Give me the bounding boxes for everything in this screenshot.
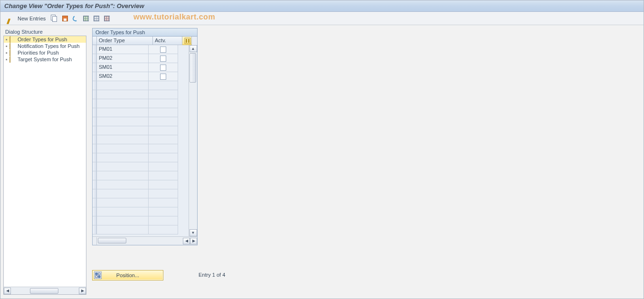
table-row[interactable] bbox=[93, 162, 197, 171]
row-selector[interactable] bbox=[93, 189, 97, 198]
vscroll-track[interactable] bbox=[189, 52, 197, 229]
active-checkbox[interactable] bbox=[160, 56, 166, 62]
scroll-thumb[interactable] bbox=[30, 288, 58, 294]
copy-as-icon[interactable] bbox=[50, 14, 59, 23]
table-scroll-right-icon[interactable]: ▶ bbox=[190, 238, 197, 244]
scroll-track[interactable] bbox=[11, 288, 79, 294]
row-selector[interactable] bbox=[93, 225, 97, 234]
toggle-display-change-icon[interactable] bbox=[4, 14, 13, 23]
cell-order-type bbox=[97, 144, 149, 153]
row-selector[interactable] bbox=[93, 171, 97, 180]
new-entries-button[interactable]: New Entries bbox=[15, 15, 48, 22]
row-selector[interactable] bbox=[93, 81, 97, 90]
scroll-down-icon[interactable]: ▼ bbox=[189, 229, 197, 236]
table-row[interactable] bbox=[93, 81, 197, 90]
tree-item[interactable]: ▪Notification Types for Push bbox=[4, 43, 86, 49]
table-row[interactable] bbox=[93, 153, 197, 162]
configure-columns-icon[interactable] bbox=[182, 37, 192, 45]
tree-item[interactable]: ▪Order Types for Push bbox=[4, 36, 86, 43]
deselect-all-icon[interactable] bbox=[103, 14, 111, 23]
cell-order-type bbox=[97, 99, 149, 108]
cell-active bbox=[149, 54, 178, 63]
row-selector[interactable] bbox=[93, 45, 97, 54]
table-row[interactable] bbox=[93, 117, 197, 126]
delete-icon[interactable] bbox=[61, 14, 69, 23]
row-selector[interactable] bbox=[93, 90, 97, 99]
table-hscrollbar[interactable]: ◀ ▶ bbox=[93, 236, 197, 245]
hscroll-thumb[interactable] bbox=[98, 238, 126, 243]
row-selector[interactable] bbox=[93, 117, 97, 126]
position-button[interactable]: Position... bbox=[92, 270, 163, 280]
col-active[interactable]: Actv. bbox=[153, 37, 182, 45]
row-selector[interactable] bbox=[93, 216, 97, 225]
cell-order-type bbox=[97, 189, 149, 198]
active-checkbox[interactable] bbox=[160, 47, 166, 53]
scroll-left-icon[interactable]: ◀ bbox=[4, 288, 11, 294]
table-row[interactable]: SM01 bbox=[93, 63, 197, 72]
table-row[interactable] bbox=[93, 126, 197, 135]
table-scroll-left-icon[interactable]: ◀ bbox=[183, 238, 190, 244]
select-all-icon[interactable] bbox=[82, 14, 90, 23]
row-selector[interactable] bbox=[93, 162, 97, 171]
tree-item[interactable]: ▪Priorities for Push bbox=[4, 49, 86, 56]
row-selector[interactable] bbox=[93, 153, 97, 162]
cell-active bbox=[149, 144, 178, 153]
table-vscrollbar[interactable]: ▲ ▼ bbox=[189, 45, 197, 236]
table-row[interactable] bbox=[93, 198, 197, 207]
tree-item[interactable]: ▪Target System for Push bbox=[4, 56, 86, 63]
row-selector[interactable] bbox=[93, 144, 97, 153]
table-row[interactable] bbox=[93, 216, 197, 225]
position-icon bbox=[94, 271, 102, 279]
cell-order-type[interactable]: SM02 bbox=[97, 72, 149, 81]
cell-order-type[interactable]: PM02 bbox=[97, 54, 149, 63]
svg-rect-4 bbox=[98, 273, 100, 275]
select-block-icon[interactable] bbox=[92, 14, 101, 23]
cell-active bbox=[149, 216, 178, 225]
svg-rect-3 bbox=[95, 273, 97, 275]
row-selector[interactable] bbox=[93, 72, 97, 81]
table-row[interactable]: PM01 bbox=[93, 45, 197, 54]
table-row[interactable] bbox=[93, 90, 197, 99]
cell-active bbox=[149, 225, 178, 234]
tree-item-label: Order Types for Push bbox=[18, 37, 67, 42]
table-row[interactable] bbox=[93, 99, 197, 108]
cell-order-type[interactable]: SM01 bbox=[97, 63, 149, 72]
row-selector[interactable] bbox=[93, 135, 97, 144]
row-selector[interactable] bbox=[93, 63, 97, 72]
table-row[interactable] bbox=[93, 180, 197, 189]
scroll-up-icon[interactable]: ▲ bbox=[189, 45, 197, 52]
tree-item-label: Target System for Push bbox=[18, 56, 72, 62]
folder-closed-icon bbox=[9, 50, 16, 56]
row-selector[interactable] bbox=[93, 180, 97, 189]
cell-active bbox=[149, 63, 178, 72]
undo-change-icon[interactable] bbox=[71, 14, 80, 23]
cell-order-type[interactable]: PM01 bbox=[97, 45, 149, 54]
row-selector[interactable] bbox=[93, 54, 97, 63]
table-row[interactable] bbox=[93, 207, 197, 216]
dialog-structure-hscrollbar[interactable]: ◀ ▶ bbox=[4, 287, 86, 294]
tree-bullet-icon: ▪ bbox=[5, 50, 9, 56]
hscroll-track[interactable] bbox=[97, 238, 183, 244]
col-order-type[interactable]: Order Type bbox=[97, 37, 153, 45]
table-title: Order Types for Push bbox=[92, 28, 198, 37]
cell-order-type bbox=[97, 207, 149, 216]
row-selector[interactable] bbox=[93, 198, 97, 207]
table-row[interactable] bbox=[93, 171, 197, 180]
table-row[interactable] bbox=[93, 189, 197, 198]
table-row[interactable] bbox=[93, 135, 197, 144]
active-checkbox[interactable] bbox=[160, 65, 166, 71]
row-selector[interactable] bbox=[93, 207, 97, 216]
table-row[interactable] bbox=[93, 108, 197, 117]
row-selector[interactable] bbox=[93, 108, 97, 117]
row-selector[interactable] bbox=[93, 126, 97, 135]
cell-active bbox=[149, 180, 178, 189]
row-selector[interactable] bbox=[93, 99, 97, 108]
tree-bullet-icon: ▪ bbox=[5, 43, 9, 49]
table-row[interactable] bbox=[93, 225, 197, 234]
scroll-right-icon[interactable]: ▶ bbox=[79, 288, 86, 294]
table-row[interactable]: PM02 bbox=[93, 54, 197, 63]
table-row[interactable] bbox=[93, 144, 197, 153]
vscroll-thumb[interactable] bbox=[189, 53, 196, 83]
active-checkbox[interactable] bbox=[160, 74, 166, 80]
table-row[interactable]: SM02 bbox=[93, 72, 197, 81]
